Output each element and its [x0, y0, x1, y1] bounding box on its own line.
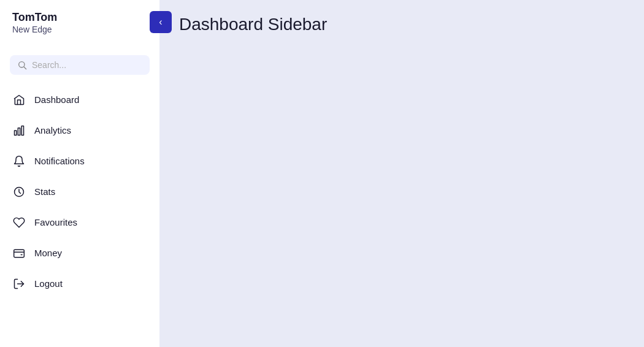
- svg-rect-4: [21, 126, 23, 135]
- sidebar-item-notifications[interactable]: Notifications: [0, 146, 159, 177]
- clock-icon: [12, 185, 26, 199]
- sidebar-item-label-notifications: Notifications: [34, 156, 85, 166]
- logo-title: TomTom: [12, 11, 57, 25]
- logout-icon: [12, 277, 26, 291]
- sidebar-item-logout[interactable]: Logout: [0, 269, 159, 299]
- logo-subtitle: New Edge: [12, 25, 57, 34]
- logo-text: TomTom New Edge: [12, 11, 57, 34]
- wallet-icon: [12, 246, 26, 260]
- search-box: [10, 55, 150, 75]
- sidebar-item-label-favourites: Favourites: [34, 217, 77, 227]
- sidebar-item-favourites[interactable]: Favourites: [0, 207, 159, 238]
- bar-chart-icon: [12, 124, 26, 137]
- sidebar-item-analytics[interactable]: Analytics: [0, 115, 159, 146]
- heart-icon: [12, 216, 26, 229]
- svg-rect-2: [15, 131, 17, 135]
- search-container: [0, 45, 159, 80]
- sidebar-item-label-logout: Logout: [34, 278, 63, 289]
- logo-area: TomTom New Edge ‹: [0, 0, 159, 45]
- svg-line-1: [24, 67, 26, 69]
- sidebar-item-label-stats: Stats: [34, 186, 55, 197]
- sidebar-item-stats[interactable]: Stats: [0, 177, 159, 207]
- sidebar: TomTom New Edge ‹ Dashboard: [0, 0, 159, 347]
- bell-icon: [12, 154, 26, 168]
- sidebar-item-money[interactable]: Money: [0, 238, 159, 269]
- sidebar-item-label-dashboard: Dashboard: [34, 94, 79, 105]
- page-title: Dashboard Sidebar: [179, 15, 327, 34]
- search-icon: [17, 60, 27, 70]
- search-input[interactable]: [32, 60, 142, 70]
- svg-rect-3: [18, 128, 20, 135]
- sidebar-toggle-button[interactable]: ‹: [150, 11, 172, 33]
- svg-rect-6: [14, 250, 25, 257]
- home-icon: [12, 93, 26, 107]
- sidebar-item-label-analytics: Analytics: [34, 125, 71, 135]
- main-content: Dashboard Sidebar: [159, 0, 644, 347]
- chevron-left-icon: ‹: [159, 17, 162, 28]
- nav-list: Dashboard Analytics Notifications Stats: [0, 80, 159, 347]
- sidebar-item-dashboard[interactable]: Dashboard: [0, 85, 159, 115]
- sidebar-item-label-money: Money: [34, 248, 62, 258]
